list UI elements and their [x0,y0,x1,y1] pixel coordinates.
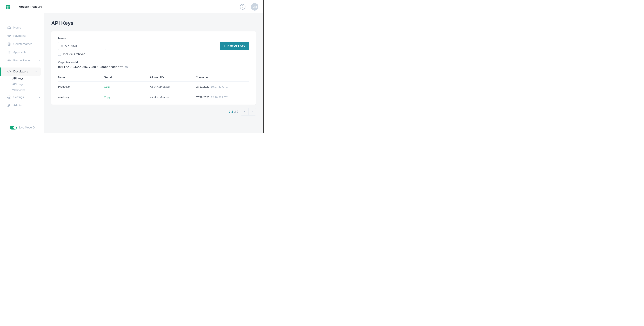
pagination-range: 1-2 [229,110,233,113]
sidebar-item-approvals[interactable]: Approvals [0,48,44,56]
chevron-down-icon [38,35,41,37]
pager-prev-button[interactable] [241,108,248,115]
org-id-value: 00112233-4455-6677-8899-aabbccddeeff [58,65,123,69]
cell-allowed-ips: All IP Addresses [150,85,170,88]
sidebar-item-label: Settings [13,96,24,99]
svg-line-6 [9,70,10,73]
sidebar-item-counterparties[interactable]: Counterparties [0,40,44,48]
brand-name: Modern Treasury [19,5,42,8]
filter-name-label: Name [58,36,106,40]
help-icon[interactable]: ? [240,4,246,10]
live-mode-label: Live Mode On [19,126,36,129]
include-archived-row: Include Archived [58,52,249,56]
sidebar-item-admin[interactable]: Admin [0,101,44,110]
col-header-allowed-ips: Allowed IPs [150,74,196,82]
api-keys-table: Name Secret Allowed IPs Created At Produ… [58,74,249,103]
pagination-of: of [233,110,237,113]
created-date: 08/11/2020 [196,85,209,88]
header-right: ? MM [240,3,258,10]
col-header-name: Name [58,74,104,82]
plus-icon: + [224,44,226,48]
sidebar-item-settings[interactable]: Settings [0,93,44,101]
new-api-key-button[interactable]: + New API Key [220,42,249,50]
checklist-icon [7,50,11,54]
table-row[interactable]: read-only Copy All IP Addresses 07/29/20… [58,92,249,103]
nav: Home Payments Counterparties [0,24,44,122]
copy-secret-link[interactable]: Copy [104,96,110,99]
new-api-key-label: New API Key [228,44,245,48]
pagination-text: 1-2 of 2 [229,110,238,113]
svg-rect-1 [6,6,7,9]
chevron-left-icon [244,111,246,113]
subnav-item-api-keys[interactable]: API Keys [12,76,44,82]
logo-icon [5,4,11,10]
include-archived-label: Include Archived [63,52,86,56]
logo[interactable] [5,4,11,10]
org-id-label: Organization Id [58,61,249,64]
scale-icon [7,58,11,62]
pager [241,108,256,116]
cell-name: read-only [58,92,104,103]
pagination: 1-2 of 2 [51,108,256,116]
cell-allowed-ips: All IP Addresses [150,96,170,99]
sidebar-item-label: Approvals [13,50,26,54]
sidebar-item-reconciliation[interactable]: Reconciliation [0,56,44,64]
sidebar-item-label: Reconciliation [13,59,32,62]
avatar[interactable]: MM [251,3,258,10]
cell-created-at: 08/11/2020 19:07:47 UTC [196,82,249,92]
developers-subnav: API Keys API Logs Webhooks [0,76,44,93]
sidebar-item-label: Home [13,26,21,30]
subnav-item-api-logs[interactable]: API Logs [12,82,44,87]
chevron-right-icon [251,111,253,113]
svg-point-5 [9,44,10,44]
sidebar-item-label: Counterparties [13,42,32,46]
main-content: API Keys Name All API Keys + New API Key… [44,13,263,133]
wrench-icon [7,104,11,107]
include-archived-checkbox[interactable] [58,53,61,56]
sidebar-item-payments[interactable]: Payments [0,32,44,40]
copy-icon[interactable] [125,66,128,68]
pagination-total: 2 [237,110,238,113]
name-filter-select[interactable]: All API Keys [58,42,106,50]
home-icon [7,26,11,30]
filter-row: Name All API Keys + New API Key [58,36,249,50]
created-time: 22:26:21 UTC [211,96,228,99]
sidebar: Home Payments Counterparties [0,13,44,133]
svg-rect-0 [6,5,10,6]
cell-name: Production [58,82,104,92]
header: Modern Treasury ? MM [0,0,263,13]
name-filter-value: All API Keys [61,44,77,48]
table-row[interactable]: Production Copy All IP Addresses 08/11/2… [58,82,249,92]
col-header-secret: Secret [104,74,150,82]
chevron-up-icon [35,70,37,73]
header-left: Modern Treasury [5,4,42,10]
bank-icon [7,34,11,38]
svg-rect-2 [8,6,8,9]
created-time: 19:07:47 UTC [211,85,228,88]
pager-next-button[interactable] [248,108,256,115]
subnav-item-webhooks[interactable]: Webhooks [12,87,44,93]
live-mode-toggle[interactable] [10,126,17,130]
page-title: API Keys [51,20,256,26]
chevron-down-icon [38,59,41,62]
sidebar-item-developers[interactable]: Developers [0,68,41,76]
sidebar-item-label: Payments [13,34,26,38]
sidebar-item-label: Admin [13,104,22,107]
cell-created-at: 07/29/2020 22:26:21 UTC [196,92,249,103]
sidebar-item-label: Developers [13,70,28,73]
code-icon [7,70,11,74]
col-header-created-at: Created At [196,74,249,82]
sidebar-item-home[interactable]: Home [0,24,44,32]
chevron-down-icon [38,96,41,98]
contact-icon [7,42,11,46]
svg-point-7 [8,97,10,98]
api-keys-card: Name All API Keys + New API Key Include … [51,32,256,104]
created-date: 07/29/2020 [196,96,209,99]
copy-secret-link[interactable]: Copy [104,85,110,88]
gear-icon [7,95,11,99]
filter-left: Name All API Keys [58,36,106,50]
live-mode-row: Live Mode On [0,122,44,133]
svg-rect-3 [9,6,10,9]
org-id-row: 00112233-4455-6677-8899-aabbccddeeff [58,65,249,69]
